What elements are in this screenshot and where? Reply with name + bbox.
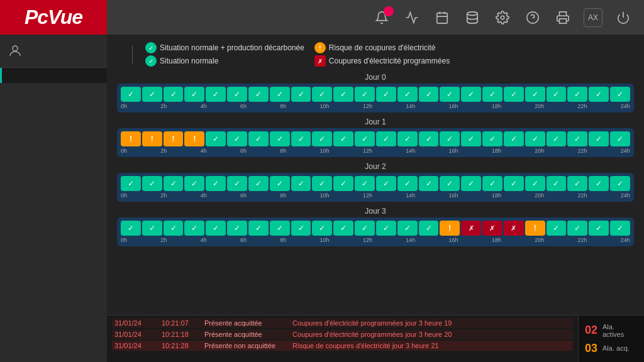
- hour-block-0-23: ✓: [610, 87, 630, 102]
- hour-block-0-21: ✓: [567, 87, 587, 102]
- day-row-1: !!!!✓✓✓✓✓✓✓✓✓✓✓✓✓✓✓✓✓✓✓✓0h2h4h6h8h10h12h…: [117, 128, 634, 157]
- day-row-3: ✓✓✓✓✓✓✓✓✓✓✓✓✓✓✓!✗✗✗!✓✓✓✓0h2h4h6h8h10h12h…: [117, 217, 634, 246]
- stat-num-1: 03: [585, 342, 599, 355]
- hour-block-3-4: ✓: [206, 221, 226, 236]
- hour-block-1-12: ✓: [376, 131, 396, 146]
- hour-block-1-21: ✓: [567, 131, 587, 146]
- day-row-2: ✓✓✓✓✓✓✓✓✓✓✓✓✓✓✓✓✓✓✓✓✓✓✓✓0h2h4h6h8h10h12h…: [117, 173, 634, 202]
- legend-orange-text: Risque de coupures d'électricité: [329, 43, 436, 52]
- calendar-icon[interactable]: [433, 8, 452, 27]
- sidebar-item-etage01[interactable]: [0, 83, 107, 103]
- alarm-bar: 31/01/24 10:21:07 Présente acquittée Cou…: [107, 315, 644, 362]
- hour-block-3-9: ✓: [312, 221, 332, 236]
- alarm-desc-1: Coupures d'électricité programmées jour …: [292, 331, 570, 338]
- hour-block-1-5: ✓: [227, 131, 247, 146]
- database-icon[interactable]: [463, 8, 482, 27]
- sidebar: [0, 35, 107, 362]
- hour-block-0-9: ✓: [312, 87, 332, 102]
- print-icon[interactable]: [553, 8, 572, 27]
- hour-block-3-10: ✓: [333, 221, 353, 236]
- hour-block-2-7: ✓: [270, 176, 290, 191]
- hour-blocks-3: ✓✓✓✓✓✓✓✓✓✓✓✓✓✓✓!✗✗✗!✓✓✓✓: [121, 221, 630, 236]
- alarm-status-2: Présente non acquittée: [204, 342, 286, 349]
- day-section-1: Jour 1!!!!✓✓✓✓✓✓✓✓✓✓✓✓✓✓✓✓✓✓✓✓0h2h4h6h8h…: [117, 118, 634, 157]
- main-layout: ✓ Situation normale + production décarbo…: [0, 35, 644, 362]
- help-icon[interactable]: [523, 8, 542, 27]
- legend-item-green-plus: ✓ Situation normale + production décarbo…: [145, 42, 304, 53]
- hour-block-3-18: ✗: [504, 221, 524, 236]
- notification-bell-icon[interactable]: [372, 8, 391, 27]
- hour-block-0-8: ✓: [291, 87, 311, 102]
- hour-block-0-10: ✓: [333, 87, 353, 102]
- sidebar-item-rte-ecowatt[interactable]: [0, 68, 107, 83]
- logo-area: PcVue: [0, 0, 107, 35]
- sidebar-item-etage02[interactable]: [0, 103, 107, 123]
- hour-block-0-6: ✓: [248, 87, 269, 102]
- alarm-row-2: 31/01/24 10:21:28 Présente non acquittée…: [112, 341, 573, 351]
- hour-block-2-11: ✓: [355, 176, 375, 191]
- hour-block-2-14: ✓: [419, 176, 439, 191]
- hour-block-3-11: ✓: [355, 221, 375, 236]
- legend-item-green: ✓ Situation normale: [145, 55, 304, 67]
- alarm-stats: 02Ala. actives03Ala. acq.: [578, 315, 644, 362]
- hour-block-1-16: ✓: [461, 131, 481, 146]
- hour-block-1-15: ✓: [440, 131, 460, 146]
- hour-block-0-11: ✓: [355, 87, 375, 102]
- hour-block-0-4: ✓: [206, 87, 226, 102]
- ax-icon[interactable]: AX: [584, 8, 602, 27]
- hour-block-3-0: ✓: [121, 221, 141, 236]
- day-label-2: Jour 2: [117, 162, 634, 171]
- alarm-desc-0: Coupures d'électricité programmées jour …: [292, 319, 570, 327]
- hour-block-0-1: ✓: [142, 87, 162, 102]
- stat-num-0: 02: [585, 324, 599, 337]
- chart-icon[interactable]: [402, 8, 421, 27]
- hour-block-0-22: ✓: [589, 87, 609, 102]
- svg-point-10: [13, 46, 18, 51]
- hour-block-0-15: ✓: [440, 87, 460, 102]
- legend-green-text: Situation normale: [160, 57, 218, 65]
- hour-block-2-5: ✓: [227, 176, 247, 191]
- hour-block-3-7: ✓: [270, 221, 290, 236]
- hour-block-3-3: ✓: [184, 221, 204, 236]
- power-icon[interactable]: [614, 8, 633, 27]
- svg-point-6: [527, 11, 538, 23]
- hour-blocks-0: ✓✓✓✓✓✓✓✓✓✓✓✓✓✓✓✓✓✓✓✓✓✓✓✓: [121, 87, 630, 102]
- alarm-row-1: 31/01/24 10:21:18 Présente acquittée Cou…: [112, 329, 573, 339]
- hour-block-1-10: ✓: [333, 131, 353, 146]
- hour-block-1-13: ✓: [397, 131, 418, 146]
- hour-block-1-9: ✓: [312, 131, 332, 146]
- hour-block-3-19: !: [525, 221, 545, 236]
- day-section-2: Jour 2✓✓✓✓✓✓✓✓✓✓✓✓✓✓✓✓✓✓✓✓✓✓✓✓0h2h4h6h8h…: [117, 162, 634, 202]
- legend-group-left: ✓ Situation normale + production décarbo…: [145, 42, 304, 67]
- hour-block-2-18: ✓: [504, 176, 524, 191]
- hour-block-2-23: ✓: [610, 176, 630, 191]
- hour-block-3-21: ✓: [567, 221, 587, 236]
- hour-block-1-17: ✓: [482, 131, 502, 146]
- hour-block-3-17: ✗: [482, 221, 502, 236]
- settings-icon[interactable]: [493, 8, 512, 27]
- hour-block-1-20: ✓: [547, 131, 567, 146]
- stat-label-0: Ala. actives: [602, 323, 638, 338]
- topbar: PcVue: [0, 0, 644, 35]
- hour-block-3-5: ✓: [227, 221, 247, 236]
- sidebar-profile[interactable]: [0, 35, 107, 68]
- hour-block-0-17: ✓: [482, 87, 502, 102]
- hour-block-1-8: ✓: [291, 131, 311, 146]
- hour-block-3-15: !: [440, 221, 460, 236]
- hour-block-2-17: ✓: [482, 176, 502, 191]
- topbar-icons: AX: [372, 8, 644, 27]
- logo: PcVue: [25, 6, 82, 29]
- hour-block-2-4: ✓: [206, 176, 226, 191]
- sidebar-time: [0, 342, 107, 362]
- hour-block-3-16: ✗: [461, 221, 481, 236]
- hour-block-1-6: ✓: [248, 131, 269, 146]
- hour-block-0-13: ✓: [397, 87, 418, 102]
- hour-block-2-12: ✓: [376, 176, 396, 191]
- legend-item-orange: ! Risque de coupures d'électricité: [314, 42, 450, 53]
- day-section-0: Jour 0✓✓✓✓✓✓✓✓✓✓✓✓✓✓✓✓✓✓✓✓✓✓✓✓0h2h4h6h8h…: [117, 73, 634, 112]
- hour-block-0-18: ✓: [504, 87, 524, 102]
- hour-block-3-8: ✓: [291, 221, 311, 236]
- hour-block-3-20: ✓: [547, 221, 567, 236]
- hour-block-1-4: ✓: [206, 131, 226, 146]
- stat-row-1: 03Ala. acq.: [585, 342, 638, 355]
